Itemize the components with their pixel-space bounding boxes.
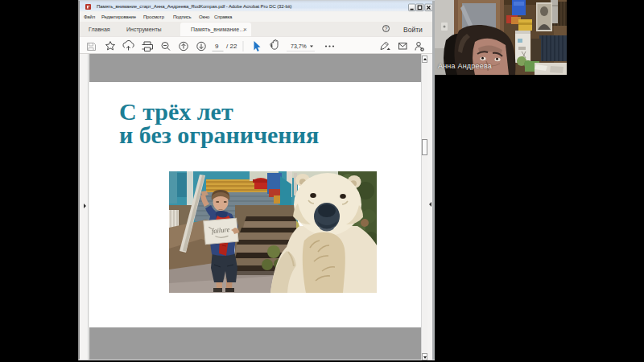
svg-text:/ 22: / 22 (226, 43, 237, 50)
svg-text:9: 9 (215, 43, 219, 50)
svg-text:failure: failure (211, 225, 229, 235)
svg-text:73,7%: 73,7% (291, 43, 307, 49)
